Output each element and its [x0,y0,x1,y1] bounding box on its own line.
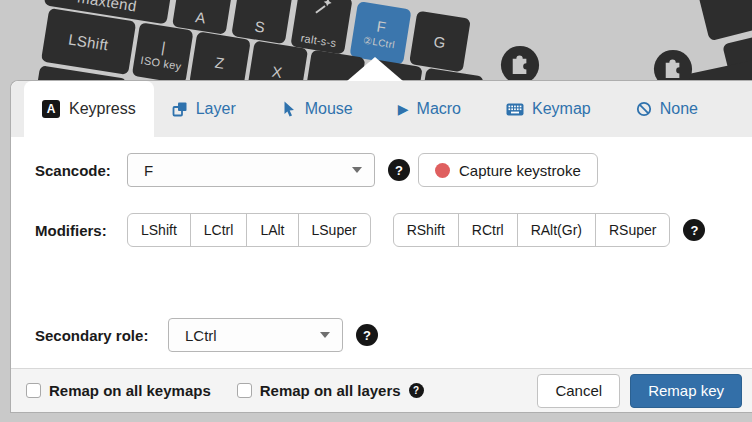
secondary-role-help-icon[interactable]: ? [356,324,378,346]
modifiers-row: Modifiers: LShift LCtrl LAlt LSuper RShi… [35,213,752,247]
remap-all-keymaps-checkbox[interactable] [26,383,41,398]
left-modifiers-group: LShift LCtrl LAlt LSuper [127,213,371,247]
key-label: LShift [67,30,109,53]
prohibit-icon [636,101,652,117]
remap-all-layers-label: Remap on all layers [260,382,401,399]
dialog-footer: Remap on all keymaps Remap on all layers… [11,368,752,412]
modifier-rsuper-button[interactable]: RSuper [595,214,669,246]
modifier-ralt-button[interactable]: RAlt(Gr) [517,214,595,246]
secondary-role-row: Secondary role: LCtrl ? [35,318,752,352]
footer-help-icon[interactable]: ? [409,383,424,398]
modifier-lshift-button[interactable]: LShift [128,214,190,246]
key-sublabel: ISO key [140,53,183,71]
keypress-tab-panel: Scancode: F ? Capture keystroke Modifier… [11,137,752,368]
key-label: | [160,38,167,55]
tab-macro[interactable]: ▶ Macro [398,81,461,137]
scancode-row: Scancode: F ? Capture keystroke [35,153,752,187]
key-secondary-role-label: ②LCtrl [362,35,395,51]
scancode-value: F [144,162,153,179]
tab-label: Keymap [532,100,591,118]
key-f-selected[interactable]: F ②LCtrl [349,1,411,65]
dialog-tabbar: A Keypress Layer Mouse ▶ Macro [11,81,752,137]
encoder-puzzle-icon[interactable] [500,45,540,85]
tab-layer[interactable]: Layer [172,81,236,137]
key-iso[interactable]: | ISO key [132,22,194,84]
tab-label: Layer [196,100,236,118]
key-label: A [194,8,207,26]
modifiers-help-icon[interactable]: ? [683,219,705,241]
scancode-label: Scancode: [35,162,127,179]
play-icon: ▶ [398,101,409,117]
remap-key-dialog: A Keypress Layer Mouse ▶ Macro [10,80,752,413]
key-right-half[interactable] [696,0,752,41]
modifier-lalt-button[interactable]: LAlt [246,214,297,246]
modifiers-label: Modifiers: [35,222,127,239]
tab-mouse[interactable]: Mouse [281,81,353,137]
tab-label: Macro [417,100,461,118]
modifier-rctrl-button[interactable]: RCtrl [458,214,517,246]
cursor-icon [281,101,297,117]
scancode-dropdown[interactable]: F [127,153,375,187]
modifier-lsuper-button[interactable]: LSuper [298,214,370,246]
keypress-icon: A [42,100,60,118]
key-label: X [271,62,284,80]
chevron-down-icon [352,167,362,173]
cancel-button[interactable]: Cancel [537,374,620,408]
capture-keystroke-button[interactable]: Capture keystroke [418,153,598,187]
key-label: S [254,17,267,35]
tab-label: None [660,100,698,118]
key-lshift[interactable]: LShift [41,8,136,75]
secondary-role-dropdown[interactable]: LCtrl [168,318,343,352]
key-label: Z [214,53,226,71]
chevron-down-icon [320,332,330,338]
key-label: F [376,18,388,36]
tab-label: Mouse [305,100,353,118]
key-g[interactable]: G [409,11,471,73]
tab-keypress[interactable]: A Keypress [24,81,154,137]
remap-all-keymaps-label: Remap on all keymaps [49,382,211,399]
modifier-lctrl-button[interactable]: LCtrl [190,214,247,246]
record-dot-icon [435,163,450,178]
capture-keystroke-label: Capture keystroke [459,162,581,179]
layers-icon [172,101,188,117]
tab-label: Keypress [69,100,136,118]
key-label: maxtend [76,0,138,14]
secondary-role-label: Secondary role: [35,327,168,344]
right-modifiers-group: RShift RCtrl RAlt(Gr) RSuper [393,213,671,247]
keyboard-icon [506,103,524,116]
tab-keymap[interactable]: Keymap [506,81,591,137]
key-ralt-s-s[interactable]: ralt-s-s [290,0,352,55]
modifier-rshift-button[interactable]: RShift [394,214,458,246]
remap-key-button[interactable]: Remap key [630,374,742,408]
scancode-help-icon[interactable]: ? [388,159,410,181]
key-label: G [433,32,447,51]
tab-none[interactable]: None [636,81,698,137]
key-label: ralt-s-s [300,32,337,49]
wand-icon [312,0,335,18]
dialog-pointer-arrow [347,57,403,81]
secondary-role-value: LCtrl [185,327,217,344]
remap-all-layers-checkbox[interactable] [237,383,252,398]
